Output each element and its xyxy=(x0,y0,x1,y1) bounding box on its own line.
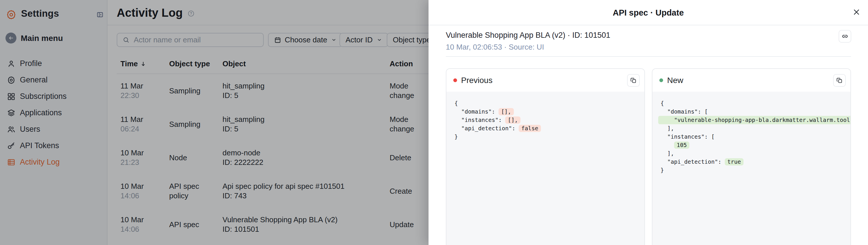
diff-cards: Previous { "domains": [], "instances": [… xyxy=(446,68,851,245)
new-card-header: New xyxy=(652,69,850,92)
copy-icon xyxy=(630,77,637,84)
event-details-drawer: API spec · Update Vulnerable Shopping Ap… xyxy=(429,0,868,245)
previous-card: Previous { "domains": [], "instances": [… xyxy=(446,68,645,245)
previous-label: Previous xyxy=(461,76,493,85)
previous-json-code: { "domains": [], "instances": [], "api_d… xyxy=(446,92,644,245)
drawer-header-divider xyxy=(429,25,868,25)
copy-new-button[interactable] xyxy=(833,74,846,87)
new-label: New xyxy=(667,76,683,85)
event-timestamp: 10 Mar, 02:06:53 · Source: UI xyxy=(446,43,544,52)
new-dot-icon xyxy=(659,79,663,82)
drawer-body-divider xyxy=(446,56,851,57)
drawer-backdrop[interactable] xyxy=(0,0,429,245)
copy-icon xyxy=(836,77,843,84)
link-icon xyxy=(841,33,849,40)
copy-previous-button[interactable] xyxy=(627,74,640,87)
object-title: Vulnerable Shopping App BLA (v2) · ID: 1… xyxy=(446,31,610,40)
drawer-title: API spec · Update xyxy=(429,8,868,18)
previous-card-header: Previous xyxy=(446,69,644,92)
copy-link-button[interactable] xyxy=(839,30,851,43)
close-icon[interactable] xyxy=(852,8,861,16)
new-json-code: { "domains": [ "vulnerable-shopping-app-… xyxy=(652,92,850,245)
new-card: New { "domains": [ "vulnerable-shopping-… xyxy=(652,68,851,245)
previous-dot-icon xyxy=(453,79,457,82)
